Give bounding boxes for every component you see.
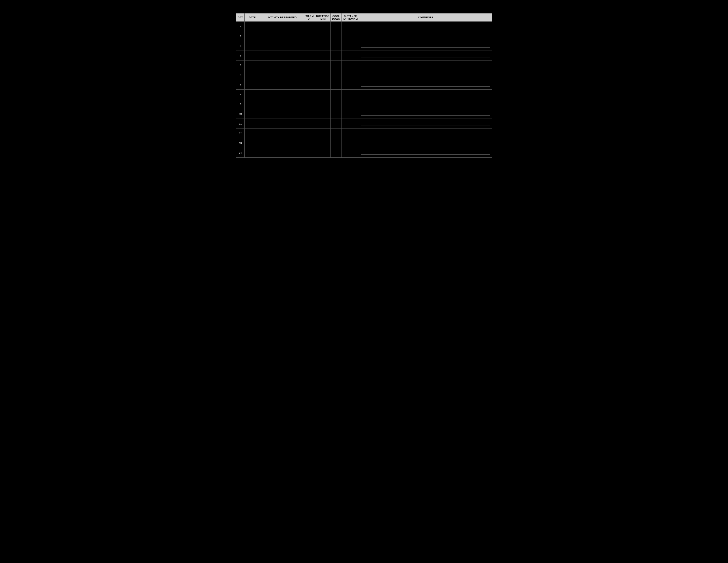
comments-cell[interactable]	[359, 41, 492, 51]
activity-cell[interactable]	[260, 99, 304, 109]
date-cell[interactable]	[245, 60, 260, 70]
distance-cell[interactable]	[342, 60, 359, 70]
warmup-cell[interactable]	[304, 148, 315, 158]
distance-cell[interactable]	[342, 119, 359, 128]
distance-cell[interactable]	[342, 41, 359, 51]
cooldown-cell[interactable]	[331, 51, 342, 60]
cooldown-cell[interactable]	[331, 109, 342, 119]
activity-cell[interactable]	[260, 51, 304, 60]
distance-cell[interactable]	[342, 128, 359, 138]
activity-cell[interactable]	[260, 119, 304, 128]
duration-cell[interactable]	[315, 99, 331, 109]
duration-cell[interactable]	[315, 119, 331, 128]
cooldown-cell[interactable]	[331, 99, 342, 109]
distance-cell[interactable]	[342, 109, 359, 119]
cooldown-cell[interactable]	[331, 70, 342, 80]
warmup-cell[interactable]	[304, 41, 315, 51]
comments-cell[interactable]	[359, 70, 492, 80]
cooldown-cell[interactable]	[331, 41, 342, 51]
date-cell[interactable]	[245, 22, 260, 31]
comments-cell[interactable]	[359, 90, 492, 99]
activity-cell[interactable]	[260, 80, 304, 90]
distance-cell[interactable]	[342, 80, 359, 90]
comments-cell[interactable]	[359, 138, 492, 148]
activity-cell[interactable]	[260, 31, 304, 41]
comments-cell[interactable]	[359, 80, 492, 90]
warmup-cell[interactable]	[304, 51, 315, 60]
comments-cell[interactable]	[359, 22, 492, 31]
distance-cell[interactable]	[342, 70, 359, 80]
cooldown-cell[interactable]	[331, 60, 342, 70]
duration-cell[interactable]	[315, 138, 331, 148]
warmup-cell[interactable]	[304, 60, 315, 70]
activity-cell[interactable]	[260, 60, 304, 70]
activity-cell[interactable]	[260, 90, 304, 99]
distance-cell[interactable]	[342, 99, 359, 109]
cooldown-cell[interactable]	[331, 119, 342, 128]
comments-cell[interactable]	[359, 51, 492, 60]
date-cell[interactable]	[245, 109, 260, 119]
date-cell[interactable]	[245, 41, 260, 51]
duration-cell[interactable]	[315, 51, 331, 60]
warmup-cell[interactable]	[304, 70, 315, 80]
distance-cell[interactable]	[342, 138, 359, 148]
activity-cell[interactable]	[260, 128, 304, 138]
date-cell[interactable]	[245, 31, 260, 41]
warmup-cell[interactable]	[304, 138, 315, 148]
comments-cell[interactable]	[359, 60, 492, 70]
warmup-cell[interactable]	[304, 31, 315, 41]
activity-cell[interactable]	[260, 22, 304, 31]
comments-cell[interactable]	[359, 109, 492, 119]
activity-cell[interactable]	[260, 109, 304, 119]
warmup-cell[interactable]	[304, 90, 315, 99]
comments-cell[interactable]	[359, 99, 492, 109]
cooldown-cell[interactable]	[331, 148, 342, 158]
date-cell[interactable]	[245, 80, 260, 90]
activity-cell[interactable]	[260, 148, 304, 158]
activity-cell[interactable]	[260, 138, 304, 148]
distance-cell[interactable]	[342, 51, 359, 60]
activity-cell[interactable]	[260, 70, 304, 80]
cooldown-cell[interactable]	[331, 128, 342, 138]
comments-cell[interactable]	[359, 119, 492, 128]
cooldown-cell[interactable]	[331, 31, 342, 41]
cooldown-cell[interactable]	[331, 80, 342, 90]
warmup-cell[interactable]	[304, 80, 315, 90]
activity-cell[interactable]	[260, 41, 304, 51]
date-cell[interactable]	[245, 90, 260, 99]
duration-cell[interactable]	[315, 31, 331, 41]
date-cell[interactable]	[245, 148, 260, 158]
cooldown-cell[interactable]	[331, 90, 342, 99]
comments-cell[interactable]	[359, 31, 492, 41]
distance-cell[interactable]	[342, 31, 359, 41]
duration-cell[interactable]	[315, 128, 331, 138]
comments-cell[interactable]	[359, 148, 492, 158]
cooldown-cell[interactable]	[331, 138, 342, 148]
duration-cell[interactable]	[315, 41, 331, 51]
date-cell[interactable]	[245, 138, 260, 148]
date-cell[interactable]	[245, 51, 260, 60]
table-row: 1	[236, 22, 492, 31]
warmup-cell[interactable]	[304, 99, 315, 109]
distance-cell[interactable]	[342, 90, 359, 99]
duration-cell[interactable]	[315, 90, 331, 99]
table-row: 3	[236, 41, 492, 51]
distance-cell[interactable]	[342, 148, 359, 158]
date-cell[interactable]	[245, 119, 260, 128]
comments-cell[interactable]	[359, 128, 492, 138]
duration-cell[interactable]	[315, 148, 331, 158]
duration-cell[interactable]	[315, 109, 331, 119]
date-cell[interactable]	[245, 99, 260, 109]
warmup-cell[interactable]	[304, 128, 315, 138]
warmup-cell[interactable]	[304, 22, 315, 31]
duration-cell[interactable]	[315, 70, 331, 80]
duration-cell[interactable]	[315, 22, 331, 31]
duration-cell[interactable]	[315, 80, 331, 90]
warmup-cell[interactable]	[304, 119, 315, 128]
date-cell[interactable]	[245, 128, 260, 138]
date-cell[interactable]	[245, 70, 260, 80]
warmup-cell[interactable]	[304, 109, 315, 119]
duration-cell[interactable]	[315, 60, 331, 70]
distance-cell[interactable]	[342, 22, 359, 31]
cooldown-cell[interactable]	[331, 22, 342, 31]
